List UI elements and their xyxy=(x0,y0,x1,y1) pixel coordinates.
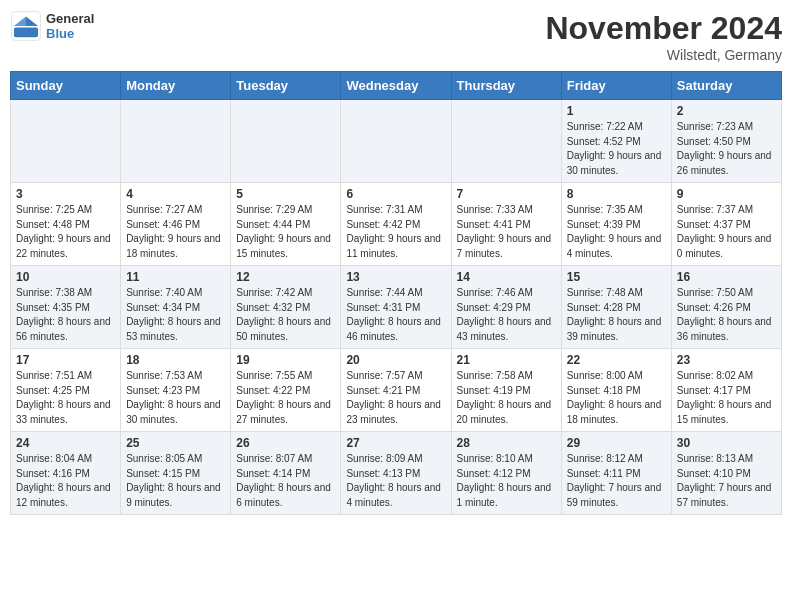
day-cell: 18Sunrise: 7:53 AMSunset: 4:23 PMDayligh… xyxy=(121,349,231,432)
day-info: Sunrise: 8:12 AMSunset: 4:11 PMDaylight:… xyxy=(567,452,666,510)
day-info: Sunrise: 7:40 AMSunset: 4:34 PMDaylight:… xyxy=(126,286,225,344)
day-cell: 16Sunrise: 7:50 AMSunset: 4:26 PMDayligh… xyxy=(671,266,781,349)
day-number: 14 xyxy=(457,270,556,284)
day-cell: 22Sunrise: 8:00 AMSunset: 4:18 PMDayligh… xyxy=(561,349,671,432)
location: Wilstedt, Germany xyxy=(545,47,782,63)
day-number: 21 xyxy=(457,353,556,367)
day-info: Sunrise: 7:29 AMSunset: 4:44 PMDaylight:… xyxy=(236,203,335,261)
day-cell: 24Sunrise: 8:04 AMSunset: 4:16 PMDayligh… xyxy=(11,432,121,515)
day-info: Sunrise: 7:53 AMSunset: 4:23 PMDaylight:… xyxy=(126,369,225,427)
calendar-header: SundayMondayTuesdayWednesdayThursdayFrid… xyxy=(11,72,782,100)
day-number: 4 xyxy=(126,187,225,201)
day-number: 25 xyxy=(126,436,225,450)
day-number: 23 xyxy=(677,353,776,367)
day-number: 16 xyxy=(677,270,776,284)
day-cell xyxy=(451,100,561,183)
week-row-5: 24Sunrise: 8:04 AMSunset: 4:16 PMDayligh… xyxy=(11,432,782,515)
calendar-body: 1Sunrise: 7:22 AMSunset: 4:52 PMDaylight… xyxy=(11,100,782,515)
day-cell: 28Sunrise: 8:10 AMSunset: 4:12 PMDayligh… xyxy=(451,432,561,515)
day-number: 3 xyxy=(16,187,115,201)
svg-rect-3 xyxy=(14,28,38,38)
day-cell: 19Sunrise: 7:55 AMSunset: 4:22 PMDayligh… xyxy=(231,349,341,432)
day-info: Sunrise: 7:38 AMSunset: 4:35 PMDaylight:… xyxy=(16,286,115,344)
day-cell: 15Sunrise: 7:48 AMSunset: 4:28 PMDayligh… xyxy=(561,266,671,349)
day-number: 9 xyxy=(677,187,776,201)
day-number: 5 xyxy=(236,187,335,201)
day-cell: 3Sunrise: 7:25 AMSunset: 4:48 PMDaylight… xyxy=(11,183,121,266)
logo-general: General xyxy=(46,11,94,26)
day-info: Sunrise: 7:33 AMSunset: 4:41 PMDaylight:… xyxy=(457,203,556,261)
day-number: 29 xyxy=(567,436,666,450)
day-info: Sunrise: 7:48 AMSunset: 4:28 PMDaylight:… xyxy=(567,286,666,344)
header: General Blue November 2024 Wilstedt, Ger… xyxy=(10,10,782,63)
day-number: 10 xyxy=(16,270,115,284)
day-number: 24 xyxy=(16,436,115,450)
day-cell: 17Sunrise: 7:51 AMSunset: 4:25 PMDayligh… xyxy=(11,349,121,432)
day-cell: 30Sunrise: 8:13 AMSunset: 4:10 PMDayligh… xyxy=(671,432,781,515)
week-row-1: 1Sunrise: 7:22 AMSunset: 4:52 PMDaylight… xyxy=(11,100,782,183)
day-info: Sunrise: 7:23 AMSunset: 4:50 PMDaylight:… xyxy=(677,120,776,178)
day-cell: 21Sunrise: 7:58 AMSunset: 4:19 PMDayligh… xyxy=(451,349,561,432)
day-number: 17 xyxy=(16,353,115,367)
day-cell: 5Sunrise: 7:29 AMSunset: 4:44 PMDaylight… xyxy=(231,183,341,266)
header-row: SundayMondayTuesdayWednesdayThursdayFrid… xyxy=(11,72,782,100)
day-cell: 9Sunrise: 7:37 AMSunset: 4:37 PMDaylight… xyxy=(671,183,781,266)
day-info: Sunrise: 8:13 AMSunset: 4:10 PMDaylight:… xyxy=(677,452,776,510)
title-area: November 2024 Wilstedt, Germany xyxy=(545,10,782,63)
day-info: Sunrise: 8:10 AMSunset: 4:12 PMDaylight:… xyxy=(457,452,556,510)
header-day-saturday: Saturday xyxy=(671,72,781,100)
day-cell: 4Sunrise: 7:27 AMSunset: 4:46 PMDaylight… xyxy=(121,183,231,266)
day-cell: 1Sunrise: 7:22 AMSunset: 4:52 PMDaylight… xyxy=(561,100,671,183)
day-cell xyxy=(341,100,451,183)
day-number: 30 xyxy=(677,436,776,450)
day-info: Sunrise: 7:22 AMSunset: 4:52 PMDaylight:… xyxy=(567,120,666,178)
day-info: Sunrise: 7:51 AMSunset: 4:25 PMDaylight:… xyxy=(16,369,115,427)
day-number: 18 xyxy=(126,353,225,367)
day-number: 15 xyxy=(567,270,666,284)
header-day-sunday: Sunday xyxy=(11,72,121,100)
day-number: 26 xyxy=(236,436,335,450)
day-number: 20 xyxy=(346,353,445,367)
day-number: 6 xyxy=(346,187,445,201)
day-info: Sunrise: 7:46 AMSunset: 4:29 PMDaylight:… xyxy=(457,286,556,344)
calendar-table: SundayMondayTuesdayWednesdayThursdayFrid… xyxy=(10,71,782,515)
day-info: Sunrise: 7:35 AMSunset: 4:39 PMDaylight:… xyxy=(567,203,666,261)
day-number: 7 xyxy=(457,187,556,201)
day-cell xyxy=(121,100,231,183)
day-number: 22 xyxy=(567,353,666,367)
day-number: 1 xyxy=(567,104,666,118)
day-cell: 26Sunrise: 8:07 AMSunset: 4:14 PMDayligh… xyxy=(231,432,341,515)
header-day-wednesday: Wednesday xyxy=(341,72,451,100)
day-info: Sunrise: 7:50 AMSunset: 4:26 PMDaylight:… xyxy=(677,286,776,344)
day-info: Sunrise: 7:57 AMSunset: 4:21 PMDaylight:… xyxy=(346,369,445,427)
logo-text: General Blue xyxy=(46,11,94,41)
day-cell: 13Sunrise: 7:44 AMSunset: 4:31 PMDayligh… xyxy=(341,266,451,349)
day-cell: 10Sunrise: 7:38 AMSunset: 4:35 PMDayligh… xyxy=(11,266,121,349)
week-row-4: 17Sunrise: 7:51 AMSunset: 4:25 PMDayligh… xyxy=(11,349,782,432)
day-cell: 23Sunrise: 8:02 AMSunset: 4:17 PMDayligh… xyxy=(671,349,781,432)
logo-icon xyxy=(10,10,42,42)
day-number: 13 xyxy=(346,270,445,284)
day-info: Sunrise: 8:00 AMSunset: 4:18 PMDaylight:… xyxy=(567,369,666,427)
day-info: Sunrise: 7:55 AMSunset: 4:22 PMDaylight:… xyxy=(236,369,335,427)
day-info: Sunrise: 7:27 AMSunset: 4:46 PMDaylight:… xyxy=(126,203,225,261)
header-day-friday: Friday xyxy=(561,72,671,100)
day-number: 12 xyxy=(236,270,335,284)
day-cell xyxy=(11,100,121,183)
day-number: 27 xyxy=(346,436,445,450)
day-cell: 27Sunrise: 8:09 AMSunset: 4:13 PMDayligh… xyxy=(341,432,451,515)
logo: General Blue xyxy=(10,10,94,42)
day-number: 19 xyxy=(236,353,335,367)
day-cell xyxy=(231,100,341,183)
day-info: Sunrise: 7:31 AMSunset: 4:42 PMDaylight:… xyxy=(346,203,445,261)
day-cell: 8Sunrise: 7:35 AMSunset: 4:39 PMDaylight… xyxy=(561,183,671,266)
day-info: Sunrise: 8:04 AMSunset: 4:16 PMDaylight:… xyxy=(16,452,115,510)
day-cell: 20Sunrise: 7:57 AMSunset: 4:21 PMDayligh… xyxy=(341,349,451,432)
day-info: Sunrise: 8:02 AMSunset: 4:17 PMDaylight:… xyxy=(677,369,776,427)
day-info: Sunrise: 8:09 AMSunset: 4:13 PMDaylight:… xyxy=(346,452,445,510)
day-cell: 2Sunrise: 7:23 AMSunset: 4:50 PMDaylight… xyxy=(671,100,781,183)
day-info: Sunrise: 7:25 AMSunset: 4:48 PMDaylight:… xyxy=(16,203,115,261)
header-day-monday: Monday xyxy=(121,72,231,100)
logo-blue: Blue xyxy=(46,26,94,41)
day-number: 2 xyxy=(677,104,776,118)
